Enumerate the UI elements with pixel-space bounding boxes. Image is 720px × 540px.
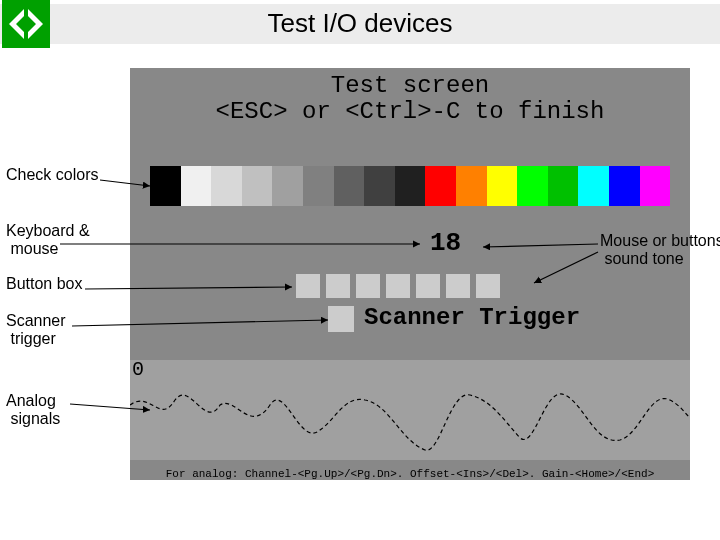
color-swatch-row <box>150 166 670 206</box>
test-screen-title2: <ESC> or <Ctrl>-C to finish <box>130 98 690 125</box>
color-swatch <box>211 166 242 206</box>
label-check-colors: Check colors <box>6 166 98 184</box>
label-keyboard-mouse: Keyboard & mouse <box>6 222 90 258</box>
color-swatch <box>517 166 548 206</box>
button-box-square <box>296 274 320 298</box>
keyboard-mouse-value: 18 <box>430 228 461 258</box>
analog-waveform <box>130 370 690 460</box>
scanner-trigger-label: Scanner Trigger <box>364 304 580 331</box>
label-analog-signals: Analog signals <box>6 392 60 428</box>
test-screen: Test screen <ESC> or <Ctrl>-C to finish … <box>130 68 690 498</box>
color-swatch <box>334 166 365 206</box>
color-swatch <box>456 166 487 206</box>
button-box-square <box>446 274 470 298</box>
color-swatch <box>425 166 456 206</box>
label-button-box: Button box <box>6 275 83 293</box>
screenshot-bottom-strip <box>130 480 690 498</box>
page-title: Test I/O devices <box>0 8 720 39</box>
color-swatch <box>242 166 273 206</box>
button-box-row <box>296 274 506 298</box>
test-screen-title1: Test screen <box>130 72 690 99</box>
color-swatch <box>395 166 426 206</box>
scanner-trigger-square <box>328 306 354 332</box>
button-box-square <box>416 274 440 298</box>
button-box-square <box>476 274 500 298</box>
label-scanner-trigger: Scanner trigger <box>6 312 66 348</box>
button-box-square <box>356 274 380 298</box>
color-swatch <box>272 166 303 206</box>
color-swatch <box>303 166 334 206</box>
color-swatch <box>487 166 518 206</box>
button-box-square <box>326 274 350 298</box>
button-box-square <box>386 274 410 298</box>
color-swatch <box>609 166 640 206</box>
color-swatch <box>150 166 181 206</box>
color-swatch <box>181 166 212 206</box>
color-swatch <box>578 166 609 206</box>
color-swatch <box>548 166 579 206</box>
analog-footer-text: For analog: Channel-<Pg.Up>/<Pg.Dn>. Off… <box>130 468 690 480</box>
label-mouse-buttons-tone: Mouse or buttons sound tone <box>600 232 720 268</box>
color-swatch <box>640 166 671 206</box>
color-swatch <box>364 166 395 206</box>
